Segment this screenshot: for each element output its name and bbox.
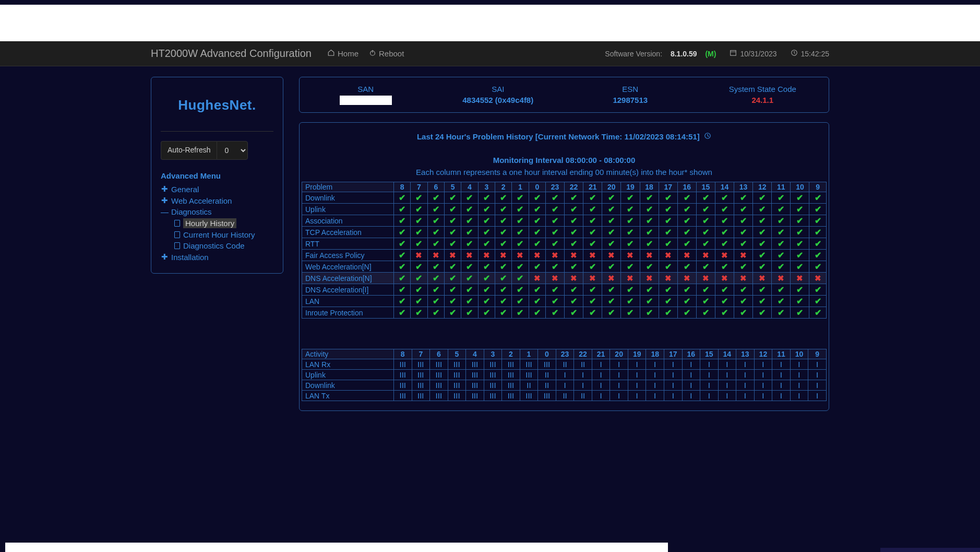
activity-cell: III (412, 391, 430, 401)
activity-cell: I (592, 370, 610, 380)
check-icon: ✔ (444, 273, 461, 284)
problem-row[interactable]: DNS Acceleration[N]✔✔✔✔✔✔✔✔✖✖✖✖✖✖✖✖✖✖✖✖✖… (302, 273, 827, 284)
check-icon: ✔ (772, 238, 791, 250)
software-version: Software Version: 8.1.0.59 (M) (605, 50, 716, 58)
check-icon: ✔ (809, 215, 827, 227)
check-icon: ✔ (696, 261, 715, 273)
menu-current-hour-history[interactable]: Current Hour History (161, 229, 273, 240)
activity-cell: I (682, 370, 700, 380)
problem-row[interactable]: Web Acceleration[N]✔✔✔✔✔✔✔✔✔✔✔✔✔✔✔✔✔✔✔✔✔… (302, 261, 827, 273)
problem-row[interactable]: Fair Access Policy✔✖✖✖✖✖✖✖✖✖✖✖✖✖✖✖✖✖✖✖✔✔… (302, 250, 827, 261)
check-icon: ✔ (753, 238, 772, 250)
hour-col-20: 20 (602, 182, 621, 192)
check-icon: ✔ (621, 296, 640, 307)
activity-cell: I (772, 370, 791, 380)
check-icon: ✔ (640, 296, 659, 307)
check-icon: ✔ (696, 227, 715, 238)
check-icon: ✔ (621, 204, 640, 215)
check-icon: ✔ (427, 215, 444, 227)
problem-name: Downlink (302, 192, 394, 204)
problem-row[interactable]: TCP Acceleration✔✔✔✔✔✔✔✔✔✔✔✔✔✔✔✔✔✔✔✔✔✔✔✔ (302, 227, 827, 238)
check-icon: ✔ (659, 204, 677, 215)
check-icon: ✔ (772, 250, 791, 261)
activity-cell: I (754, 359, 772, 370)
activity-cell: III (520, 370, 538, 380)
home-link[interactable]: Home (327, 49, 358, 58)
check-icon: ✔ (659, 296, 677, 307)
check-icon: ✔ (529, 204, 545, 215)
san-value (340, 96, 392, 105)
hour-col-18: 18 (640, 182, 659, 192)
check-icon: ✔ (512, 238, 529, 250)
check-icon: ✔ (640, 192, 659, 204)
check-icon: ✔ (715, 296, 734, 307)
check-icon: ✔ (753, 296, 772, 307)
check-icon: ✔ (602, 192, 621, 204)
problem-row[interactable]: Downlink✔✔✔✔✔✔✔✔✔✔✔✔✔✔✔✔✔✔✔✔✔✔✔✔ (302, 192, 827, 204)
check-icon: ✔ (715, 238, 734, 250)
check-icon: ✔ (427, 192, 444, 204)
reboot-link[interactable]: Reboot (369, 49, 404, 58)
history-title: Last 24 Hour's Problem History [Current … (302, 132, 827, 141)
activity-table: Activity87654321023222120191817161514131… (302, 349, 827, 401)
check-icon: ✔ (583, 261, 602, 273)
activity-cell: III (394, 380, 412, 391)
check-icon: ✔ (427, 307, 444, 319)
refresh-icon[interactable] (704, 132, 711, 141)
problem-row[interactable]: Uplink✔✔✔✔✔✔✔✔✔✔✔✔✔✔✔✔✔✔✔✔✔✔✔✔ (302, 204, 827, 215)
check-icon: ✔ (772, 192, 791, 204)
check-icon: ✔ (602, 215, 621, 227)
activity-cell: II (574, 359, 592, 370)
problem-row[interactable]: DNS Acceleration[I]✔✔✔✔✔✔✔✔✔✔✔✔✔✔✔✔✔✔✔✔✔… (302, 284, 827, 296)
activity-cell: III (538, 359, 556, 370)
problem-row[interactable]: Inroute Protection✔✔✔✔✔✔✔✔✔✔✔✔✔✔✔✔✔✔✔✔✔✔… (302, 307, 827, 319)
check-icon: ✔ (461, 261, 478, 273)
state-code-label: System State Code (697, 85, 829, 93)
activity-row[interactable]: LAN RxIIIIIIIIIIIIIIIIIIIIIIIIIIIIIIIIII… (302, 359, 827, 370)
check-icon: ✔ (809, 307, 827, 319)
check-icon: ✔ (602, 204, 621, 215)
menu-diagnostics-code[interactable]: Diagnostics Code (161, 240, 273, 251)
activity-row[interactable]: UplinkIIIIIIIIIIIIIIIIIIIIIIIIIIIIIIIIII… (302, 370, 827, 380)
menu-hourly-history[interactable]: Hourly History (161, 217, 273, 229)
check-icon: ✔ (715, 261, 734, 273)
activity-cell: I (790, 370, 808, 380)
menu-installation[interactable]: ✚Installation (161, 251, 273, 263)
check-icon: ✔ (640, 284, 659, 296)
check-icon: ✔ (772, 296, 791, 307)
activity-cell: II (556, 359, 574, 370)
activity-cell: I (736, 391, 755, 401)
monitoring-interval: Monitoring Interval 08:00:00 - 08:00:00 (302, 156, 827, 165)
activity-row[interactable]: LAN TxIIIIIIIIIIIIIIIIIIIIIIIIIIIIIIIIII… (302, 391, 827, 401)
menu-web-acceleration[interactable]: ✚Web Acceleration (161, 195, 273, 206)
problem-row[interactable]: RTT✔✔✔✔✔✔✔✔✔✔✔✔✔✔✔✔✔✔✔✔✔✔✔✔ (302, 238, 827, 250)
check-icon: ✔ (791, 192, 809, 204)
check-icon: ✔ (772, 215, 791, 227)
system-info-panel: SAN SAI 4834552 (0x49c4f8) ESN 12987513 … (299, 77, 829, 113)
activity-name: Uplink (302, 370, 394, 380)
menu-general[interactable]: ✚General (161, 183, 273, 195)
activity-cell: III (430, 391, 448, 401)
problem-row[interactable]: LAN✔✔✔✔✔✔✔✔✔✔✔✔✔✔✔✔✔✔✔✔✔✔✔✔ (302, 296, 827, 307)
check-icon: ✔ (427, 273, 444, 284)
activity-cell: I (682, 359, 700, 370)
hour-col-22: 22 (574, 349, 592, 359)
activity-cell: II (538, 370, 556, 380)
activity-cell: III (502, 359, 520, 370)
problem-row[interactable]: Association✔✔✔✔✔✔✔✔✔✔✔✔✔✔✔✔✔✔✔✔✔✔✔✔ (302, 215, 827, 227)
hour-col-16: 16 (677, 182, 696, 192)
x-icon: ✖ (565, 273, 583, 284)
activity-cell: I (790, 380, 808, 391)
activity-row[interactable]: DownlinkIIIIIIIIIIIIIIIIIIIIIIIIIIIIIIII… (302, 380, 827, 391)
check-icon: ✔ (696, 284, 715, 296)
activity-cell: I (790, 359, 808, 370)
activity-cell: I (556, 370, 574, 380)
auto-refresh-select[interactable]: 0 (217, 141, 248, 160)
hour-col-0: 0 (538, 349, 556, 359)
check-icon: ✔ (621, 227, 640, 238)
hour-col-2: 2 (495, 182, 511, 192)
x-icon: ✖ (545, 250, 564, 261)
menu-diagnostics[interactable]: —Diagnostics (161, 206, 273, 217)
activity-cell: I (646, 380, 664, 391)
check-icon: ✔ (659, 238, 677, 250)
